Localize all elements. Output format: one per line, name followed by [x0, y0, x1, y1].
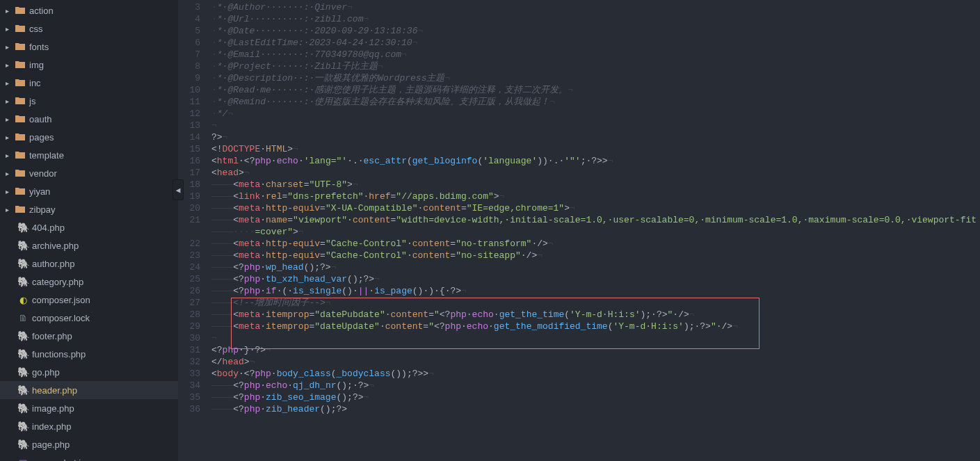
folder-label: template	[29, 150, 64, 161]
php-icon: 🐘	[17, 222, 29, 233]
chevron-right-icon: ▸	[6, 61, 14, 69]
folder-label: zibpay	[29, 204, 56, 215]
folder-label: action	[29, 6, 54, 16]
editor-pane[interactable]: 3456789101112131415161718192021222324252…	[178, 0, 980, 461]
php-icon: 🐘	[17, 385, 29, 396]
folder-action[interactable]: ▸action	[0, 1, 178, 19]
chevron-right-icon: ▸	[6, 170, 14, 177]
file-label: author.php	[32, 259, 74, 269]
file-label: archive.php	[32, 241, 79, 251]
php-icon: 🐘	[17, 348, 29, 359]
file-label: composer.json	[32, 295, 90, 305]
file-label: 404.php	[32, 223, 65, 233]
php-icon: 🐘	[17, 421, 29, 432]
folder-icon	[14, 60, 26, 69]
folder-label: js	[29, 96, 35, 106]
file-tree-sidebar[interactable]: ▸action ▸css ▸fonts ▸img ▸inc ▸js ▸oauth…	[0, 0, 178, 461]
folder-icon	[14, 205, 26, 213]
folder-icon	[14, 169, 26, 177]
folder-pages[interactable]: ▸pages	[0, 128, 178, 146]
file-label: index.php	[32, 421, 71, 432]
file-label: header.php	[32, 385, 77, 396]
folder-icon	[14, 187, 26, 195]
line-number-gutter: 3456789101112131415161718192021222324252…	[178, 0, 209, 461]
file-author[interactable]: 🐘author.php	[0, 254, 178, 273]
file-archive[interactable]: 🐘archive.php	[0, 236, 178, 254]
file-label: functions.php	[32, 349, 86, 359]
php-icon: 🐘	[17, 330, 29, 341]
image-icon: ▣	[17, 458, 29, 462]
file-composer-lock[interactable]: 🗎composer.lock	[0, 309, 178, 327]
file-go[interactable]: 🐘go.php	[0, 363, 178, 381]
php-icon: 🐘	[17, 240, 29, 251]
lock-icon: 🗎	[17, 313, 29, 323]
folder-icon	[14, 42, 26, 51]
folder-template[interactable]: ▸template	[0, 146, 178, 164]
chevron-right-icon: ▸	[6, 152, 14, 159]
json-icon: ◐	[17, 295, 29, 305]
folder-label: inc	[29, 78, 41, 88]
folder-inc[interactable]: ▸inc	[0, 74, 178, 92]
chevron-right-icon: ▸	[6, 7, 14, 15]
folder-label: yiyan	[29, 186, 50, 197]
folder-icon	[14, 79, 26, 87]
chevron-right-icon: ▸	[6, 97, 14, 105]
folder-label: oauth	[29, 114, 52, 124]
file-header[interactable]: 🐘header.php	[0, 381, 178, 399]
chevron-right-icon: ▸	[6, 206, 14, 213]
file-footer[interactable]: 🐘footer.php	[0, 327, 178, 345]
chevron-right-icon: ▸	[6, 25, 14, 33]
folder-icon	[14, 6, 26, 15]
php-icon: 🐘	[17, 403, 29, 414]
sidebar-collapse-handle[interactable]: ◀	[172, 179, 184, 200]
file-functions[interactable]: 🐘functions.php	[0, 345, 178, 363]
folder-yiyan[interactable]: ▸yiyan	[0, 182, 178, 200]
folder-css[interactable]: ▸css	[0, 19, 178, 38]
folder-oauth[interactable]: ▸oauth	[0, 110, 178, 128]
folder-icon	[14, 24, 26, 33]
file-image[interactable]: 🐘image.php	[0, 399, 178, 417]
file-page[interactable]: 🐘page.php	[0, 435, 178, 453]
file-label: composer.lock	[32, 313, 90, 323]
folder-icon	[14, 151, 26, 159]
folder-label: vendor	[29, 168, 57, 179]
file-screenshot[interactable]: ▣screenshot.jpg	[0, 453, 178, 461]
folder-fonts[interactable]: ▸fonts	[0, 38, 178, 56]
chevron-right-icon: ▸	[6, 115, 14, 123]
folder-zibpay[interactable]: ▸zibpay	[0, 200, 178, 218]
folder-label: pages	[29, 132, 54, 143]
folder-js[interactable]: ▸js	[0, 92, 178, 110]
chevron-right-icon: ▸	[6, 188, 14, 195]
file-label: go.php	[32, 367, 60, 378]
folder-label: fonts	[29, 42, 49, 52]
file-label: page.php	[32, 439, 70, 450]
folder-icon	[14, 97, 26, 105]
php-icon: 🐘	[17, 258, 29, 269]
file-404[interactable]: 🐘404.php	[0, 218, 178, 236]
code-editor[interactable]: ·*·@Author·······:·Qinver¬·*·@Url·······…	[209, 0, 980, 461]
php-icon: 🐘	[17, 366, 29, 378]
folder-label: img	[29, 60, 44, 70]
php-icon: 🐘	[17, 276, 29, 287]
file-composer-json[interactable]: ◐composer.json	[0, 291, 178, 309]
file-category[interactable]: 🐘category.php	[0, 273, 178, 291]
chevron-right-icon: ▸	[6, 79, 14, 87]
file-label: category.php	[32, 277, 83, 287]
file-label: screenshot.jpg	[32, 458, 91, 462]
chevron-right-icon: ▸	[6, 43, 14, 51]
folder-label: css	[29, 24, 43, 34]
file-label: footer.php	[32, 331, 72, 341]
folder-icon	[14, 115, 26, 123]
folder-vendor[interactable]: ▸vendor	[0, 164, 178, 182]
file-index[interactable]: 🐘index.php	[0, 417, 178, 435]
folder-img[interactable]: ▸img	[0, 56, 178, 74]
file-label: image.php	[32, 403, 74, 414]
chevron-right-icon: ▸	[6, 134, 14, 141]
folder-icon	[14, 133, 26, 141]
php-icon: 🐘	[17, 439, 29, 450]
